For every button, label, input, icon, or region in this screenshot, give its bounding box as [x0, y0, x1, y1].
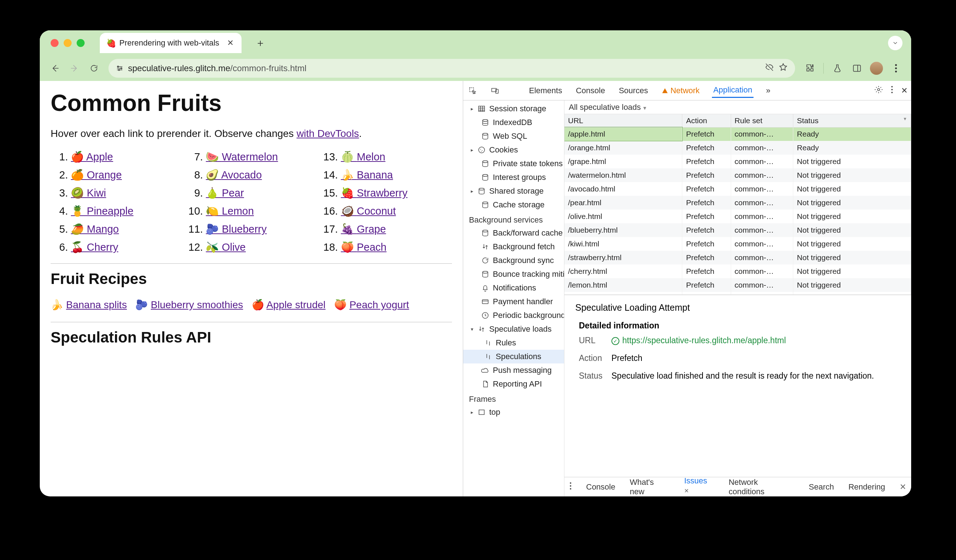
col-ruleset[interactable]: Rule set [731, 114, 793, 127]
back-button[interactable] [46, 60, 64, 77]
tab-sources[interactable]: Sources [617, 84, 649, 97]
fruit-link[interactable]: 🥭 Mango [71, 223, 119, 235]
fruit-link[interactable]: 🍍 Pineapple [71, 205, 134, 217]
fruit-link[interactable]: 🍑 Peach [341, 241, 387, 253]
fruit-link[interactable]: 🥥 Coconut [341, 205, 396, 217]
col-url[interactable]: URL [564, 114, 682, 127]
table-row[interactable]: /avocado.htmlPrefetchcommon-…Not trigger… [564, 182, 911, 196]
table-row[interactable]: /kiwi.htmlPrefetchcommon-…Not triggered [564, 237, 911, 251]
table-row[interactable]: /apple.htmlPrefetchcommon-…Ready [564, 127, 911, 141]
tree-interest-groups[interactable]: Interest groups [463, 171, 564, 184]
fruit-link[interactable]: 🍇 Grape [341, 223, 386, 235]
tree-websql[interactable]: Web SQL [463, 129, 564, 143]
tree-rules[interactable]: Rules [463, 336, 564, 350]
table-row[interactable]: /blueberry.htmlPrefetchcommon-…Not trigg… [564, 223, 911, 237]
tree-reporting-api[interactable]: Reporting API [463, 377, 564, 391]
tree-periodic-background[interactable]: Periodic background sync [463, 309, 564, 322]
fruit-link[interactable]: 🍓 Strawberry [341, 187, 407, 199]
fruit-link[interactable]: 🥑 Avocado [206, 169, 262, 181]
tree-push-messaging[interactable]: Push messaging [463, 364, 564, 377]
side-panel-button[interactable] [848, 60, 866, 77]
fruit-link[interactable]: 🍎 Apple [71, 151, 113, 163]
table-row[interactable]: /olive.htmlPrefetchcommon-…Not triggered [564, 210, 911, 223]
tree-payment-handler[interactable]: Payment handler [463, 295, 564, 309]
tab-console[interactable]: Console [574, 84, 607, 97]
drawer-tab-rendering[interactable]: Rendering [848, 482, 885, 492]
tree-background-sync[interactable]: Background sync [463, 254, 564, 267]
device-toolbar-button[interactable] [489, 85, 501, 96]
detail-url-value[interactable]: ✓https://speculative-rules.glitch.me/app… [612, 336, 900, 345]
tree-back-forward-cache[interactable]: Back/forward cache [463, 226, 564, 240]
window-menu-button[interactable] [888, 36, 903, 50]
close-window-button[interactable] [50, 39, 58, 47]
tree-background-fetch[interactable]: Background fetch [463, 240, 564, 254]
fruit-link[interactable]: 🍒 Cherry [71, 241, 118, 253]
eye-off-icon[interactable] [765, 63, 774, 74]
new-tab-button[interactable]: ＋ [254, 36, 267, 50]
table-row[interactable]: /peach.htmlPrefetchcommon-…Not triggered [564, 292, 911, 295]
fruit-link[interactable]: 🍐 Pear [206, 187, 244, 199]
devtools-close-button[interactable]: ✕ [901, 86, 907, 96]
fruit-link[interactable]: 🍈 Melon [341, 151, 385, 163]
drawer-tab-console[interactable]: Console [586, 482, 615, 492]
recipe-link[interactable]: Peach yogurt [349, 299, 409, 311]
fruit-link[interactable]: 🫐 Blueberry [206, 223, 266, 235]
fruit-link[interactable]: 🍉 Watermelon [206, 151, 278, 163]
tree-cookies[interactable]: ▸Cookies [463, 143, 564, 157]
fruit-link[interactable]: 🫒 Olive [206, 241, 245, 253]
close-tab-button[interactable]: ✕ [226, 37, 235, 49]
extensions-button[interactable] [801, 60, 818, 77]
drawer-kebab-button[interactable] [569, 482, 572, 492]
bookmark-star-button[interactable] [778, 63, 788, 74]
speculations-filter[interactable]: All speculative loads [564, 100, 911, 114]
tree-shared-storage[interactable]: ▸Shared storage [463, 184, 564, 198]
table-row[interactable]: /lemon.htmlPrefetchcommon-…Not triggered [564, 278, 911, 292]
tree-speculations[interactable]: Speculations [463, 350, 564, 364]
table-row[interactable]: /watermelon.htmlPrefetchcommon-…Not trig… [564, 168, 911, 182]
recipe-link[interactable]: Banana splits [66, 299, 127, 311]
chrome-menu-button[interactable] [887, 60, 905, 77]
forward-button[interactable] [66, 60, 83, 77]
more-tabs-button[interactable]: » [764, 84, 772, 97]
table-row[interactable]: /orange.htmlPrefetchcommon-…Ready [564, 141, 911, 155]
drawer-tab-network-conditions[interactable]: Network conditions [728, 478, 794, 496]
table-row[interactable]: /pear.htmlPrefetchcommon-…Not triggered [564, 196, 911, 210]
tree-private-state-tokens[interactable]: Private state tokens [463, 157, 564, 171]
tab-network[interactable]: Network [660, 84, 701, 97]
table-row[interactable]: /cherry.htmlPrefetchcommon-…Not triggere… [564, 265, 911, 278]
tree-speculative-loads[interactable]: ▾Speculative loads [463, 322, 564, 336]
maximize-window-button[interactable] [77, 39, 85, 47]
tab-application[interactable]: Application [712, 83, 754, 98]
drawer-tab-search[interactable]: Search [809, 482, 834, 492]
devtools-kebab-button[interactable] [891, 86, 893, 96]
table-row[interactable]: /strawberry.htmlPrefetchcommon-…Not trig… [564, 251, 911, 265]
tree-notifications[interactable]: Notifications [463, 281, 564, 295]
recipe-link[interactable]: Blueberry smoothies [151, 299, 243, 311]
fruit-link[interactable]: 🍊 Orange [71, 169, 122, 181]
with-devtools-link[interactable]: with DevTools [297, 128, 359, 139]
col-status[interactable]: Status [793, 114, 911, 127]
drawer-tab-issues[interactable]: Issues [684, 476, 714, 496]
tree-session-storage[interactable]: ▸Session storage [463, 102, 564, 116]
minimize-window-button[interactable] [64, 39, 72, 47]
tree-bounce-tracking[interactable]: Bounce tracking mitigations [463, 267, 564, 281]
fruit-link[interactable]: 🥝 Kiwi [71, 187, 106, 199]
reload-button[interactable] [85, 60, 103, 77]
fruit-link[interactable]: 🍋 Lemon [206, 205, 254, 217]
speculations-table[interactable]: URL Action Rule set Status /apple.htmlPr… [564, 114, 911, 295]
application-sidebar[interactable]: ▸Session storage IndexedDB Web SQL ▸Cook… [463, 100, 564, 496]
address-bar[interactable]: speculative-rules.glitch.me/common-fruit… [108, 59, 795, 78]
table-row[interactable]: /grape.htmlPrefetchcommon-…Not triggered [564, 155, 911, 168]
tree-frames-top[interactable]: ▸top [463, 405, 564, 419]
drawer-close-button[interactable]: ✕ [899, 482, 906, 492]
tree-cache-storage[interactable]: Cache storage [463, 198, 564, 212]
tree-indexeddb[interactable]: IndexedDB [463, 116, 564, 129]
recipe-link[interactable]: Apple strudel [266, 299, 325, 311]
col-action[interactable]: Action [682, 114, 731, 127]
site-info-button[interactable] [116, 64, 124, 72]
labs-button[interactable] [829, 60, 846, 77]
drawer-tab-whatsnew[interactable]: What's new [630, 478, 670, 496]
devtools-settings-button[interactable] [874, 85, 883, 96]
browser-tab[interactable]: 🍓 Prerendering with web-vitals ✕ [100, 33, 242, 53]
profile-button[interactable] [868, 60, 885, 77]
